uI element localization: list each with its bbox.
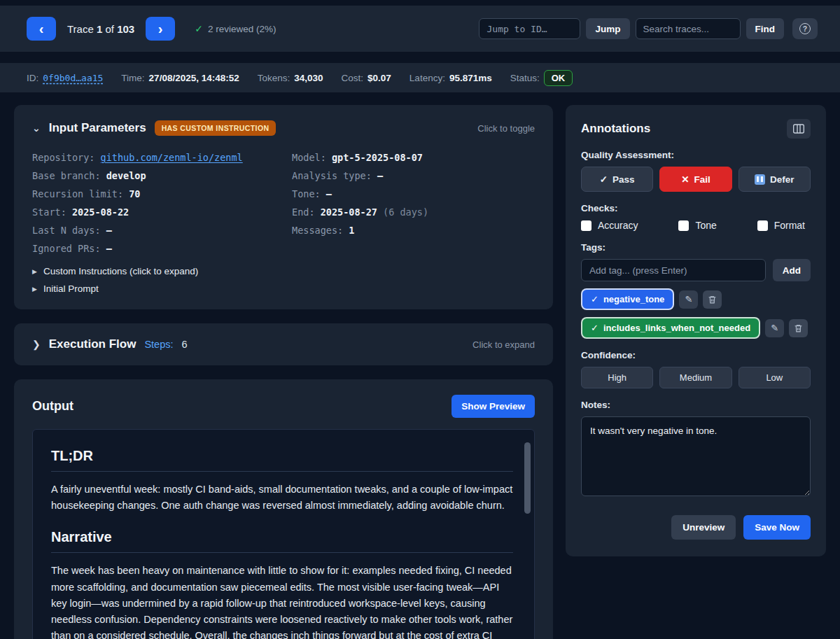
param-label: End: <box>292 206 315 218</box>
find-button[interactable]: Find <box>746 18 785 39</box>
quality-assessment-label: Quality Assessment: <box>581 150 811 160</box>
param-value: 70 <box>129 188 140 199</box>
check-accuracy[interactable]: Accuracy <box>581 220 638 231</box>
param-label: Model: <box>292 152 326 163</box>
edit-tag-button[interactable]: ✎ <box>679 290 698 309</box>
defer-button[interactable]: Defer <box>738 167 811 192</box>
reviewed-status: ✓ 2 reviewed (2%) <box>195 23 276 34</box>
input-parameters-panel: ⌄ Input Parameters HAS CUSTOM INSTRUCTIO… <box>14 105 553 309</box>
param-messages: Messages: 1 <box>292 221 535 239</box>
time-value: 27/08/2025, 14:48:52 <box>149 73 239 83</box>
tldr-heading: TL;DR <box>51 448 513 472</box>
param-label: Analysis type: <box>292 170 372 181</box>
input-parameters-title: Input Parameters <box>49 121 146 135</box>
check-label: Format <box>774 220 805 231</box>
pass-button[interactable]: ✓ Pass <box>581 167 653 192</box>
params-right-column: Model: gpt-5-2025-08-07 Analysis type: —… <box>292 148 535 258</box>
check-icon: ✓ <box>600 174 608 185</box>
check-icon: ✓ <box>591 323 598 333</box>
param-label: Ignored PRs: <box>32 243 101 254</box>
add-tag-input[interactable] <box>581 259 766 281</box>
trace-word: Trace <box>67 23 94 35</box>
toggle-hint: Click to toggle <box>477 123 535 134</box>
meta-id: ID: 0f9b0d…aa15 <box>27 73 103 83</box>
tags-label: Tags: <box>581 242 811 253</box>
show-preview-button[interactable]: Show Preview <box>451 395 535 418</box>
pass-label: Pass <box>612 174 635 185</box>
param-analysis-type: Analysis type: — <box>292 167 535 185</box>
annotations-title: Annotations <box>581 122 650 136</box>
top-toolbar: ‹ Trace 1 of 103 › ✓ 2 reviewed (2%) Jum… <box>0 6 840 52</box>
input-parameters-header[interactable]: ⌄ Input Parameters HAS CUSTOM INSTRUCTIO… <box>32 120 535 136</box>
param-model: Model: gpt-5-2025-08-07 <box>292 148 535 167</box>
help-button[interactable]: ? <box>792 18 818 39</box>
annotations-panel: Annotations Quality Assessment: ✓ Pass ✕… <box>566 105 826 556</box>
param-label: Base branch: <box>32 170 101 181</box>
edit-tag-button[interactable]: ✎ <box>765 319 784 337</box>
unreview-button[interactable]: Unreview <box>671 515 736 540</box>
jump-button[interactable]: Jump <box>586 18 629 39</box>
tag-chip-includes-links[interactable]: ✓ includes_links_when_not_needed <box>581 317 760 339</box>
confidence-medium-button[interactable]: Medium <box>659 367 732 388</box>
meta-time: Time: 27/08/2025, 14:48:52 <box>121 73 239 83</box>
checkbox-unchecked-icon[interactable] <box>581 220 592 231</box>
check-icon: ✓ <box>591 294 598 304</box>
param-start: Start: 2025-08-22 <box>32 203 275 221</box>
param-repository: Repository: github.com/zenml-io/zenml <box>32 148 275 167</box>
fail-button[interactable]: ✕ Fail <box>659 167 732 192</box>
tag-label: negative_tone <box>603 294 664 304</box>
param-label: Start: <box>32 206 66 218</box>
trace-current-number: 1 <box>97 23 102 35</box>
param-value: 1 <box>349 225 354 236</box>
output-scrollbar-thumb[interactable] <box>524 442 531 514</box>
expander-label: Initial Prompt <box>43 283 99 294</box>
execution-flow-title: Execution Flow <box>49 337 136 351</box>
save-now-button[interactable]: Save Now <box>743 515 811 540</box>
check-format[interactable]: Format <box>757 220 805 231</box>
add-tag-button[interactable]: Add <box>773 259 811 281</box>
param-last-n-days: Last N days: — <box>32 221 275 239</box>
question-mark-icon: ? <box>799 23 811 34</box>
id-label: ID: <box>27 73 38 83</box>
meta-status: Status: OK <box>510 70 573 86</box>
output-title: Output <box>32 399 74 414</box>
pencil-icon: ✎ <box>685 294 692 304</box>
expand-hint: Click to expand <box>472 339 535 350</box>
cost-value: $0.07 <box>368 73 391 83</box>
repository-link[interactable]: github.com/zenml-io/zenml <box>101 152 243 163</box>
trash-icon <box>794 323 803 333</box>
param-recursion-limit: Recursion limit: 70 <box>32 185 275 203</box>
confidence-label: Confidence: <box>581 350 811 360</box>
confidence-high-button[interactable]: High <box>581 367 653 388</box>
trace-id-link[interactable]: 0f9b0d…aa15 <box>43 73 103 83</box>
columns-layout-button[interactable] <box>787 119 811 139</box>
columns-icon <box>793 124 804 134</box>
tag-label: includes_links_when_not_needed <box>603 323 750 333</box>
custom-instructions-expander[interactable]: ▶ Custom Instructions (click to expand) <box>32 266 535 276</box>
prev-trace-button[interactable]: ‹ <box>27 17 56 41</box>
search-traces-input[interactable] <box>636 18 741 39</box>
check-tone[interactable]: Tone <box>678 220 716 231</box>
next-trace-button[interactable]: › <box>146 17 175 41</box>
param-value: — <box>106 225 112 236</box>
tokens-value: 34,030 <box>294 73 323 83</box>
param-ignored-prs: Ignored PRs: — <box>32 239 275 258</box>
checks-label: Checks: <box>581 203 811 213</box>
execution-flow-panel[interactable]: ❯ Execution Flow Steps: 6 Click to expan… <box>14 323 553 365</box>
param-value: — <box>326 188 332 199</box>
checkbox-unchecked-icon[interactable] <box>757 220 768 231</box>
checkbox-unchecked-icon[interactable] <box>678 220 689 231</box>
x-icon: ✕ <box>681 174 689 185</box>
delete-tag-button[interactable] <box>703 290 722 309</box>
notes-textarea[interactable]: It wasn't very negative in tone. <box>581 416 811 496</box>
delete-tag-button[interactable] <box>789 319 808 337</box>
chevron-left-icon: ‹ <box>39 22 44 36</box>
param-label: Last N days: <box>32 225 101 236</box>
confidence-low-button[interactable]: Low <box>738 367 811 388</box>
pencil-icon: ✎ <box>771 323 778 333</box>
jump-to-id-input[interactable] <box>479 18 580 39</box>
tag-chip-negative-tone[interactable]: ✓ negative_tone <box>581 288 674 310</box>
steps-value: 6 <box>182 339 188 350</box>
output-panel: Output Show Preview TL;DR A fairly uneve… <box>14 379 553 639</box>
initial-prompt-expander[interactable]: ▶ Initial Prompt <box>32 283 535 294</box>
